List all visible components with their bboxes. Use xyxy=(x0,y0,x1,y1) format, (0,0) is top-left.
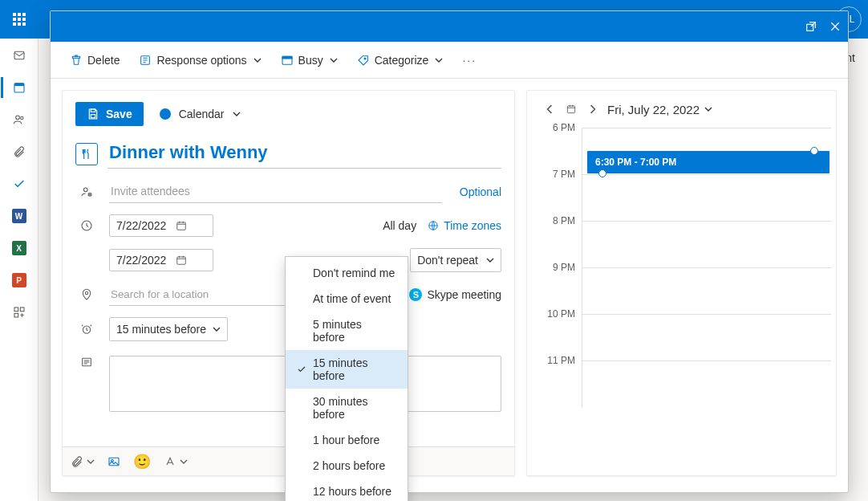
busy-status-button[interactable]: Busy xyxy=(281,54,338,67)
attach-button[interactable] xyxy=(71,455,95,468)
reminder-option-label: 1 hour before xyxy=(313,434,379,446)
time-row: 10 PM xyxy=(543,314,831,360)
more-options-button[interactable]: ··· xyxy=(462,54,477,67)
todo-icon[interactable] xyxy=(10,175,28,193)
files-icon[interactable] xyxy=(10,143,28,161)
reminder-dropdown: Don't remind meAt time of event5 minutes… xyxy=(285,256,408,501)
day-view-panel: Fri, July 22, 2022 6 PM7 PM8 PM9 PM10 PM… xyxy=(526,90,837,476)
reminder-option-label: At time of event xyxy=(313,292,391,305)
delete-button[interactable]: Delete xyxy=(70,54,120,67)
more-apps-icon[interactable] xyxy=(10,303,28,321)
calendar-name: Calendar xyxy=(179,108,225,120)
reminder-option[interactable]: 2 hours before xyxy=(286,453,408,479)
today-button[interactable] xyxy=(564,102,578,116)
location-pin-icon xyxy=(75,288,98,301)
end-date-input[interactable]: 7/22/2022 xyxy=(109,249,213,271)
check-icon xyxy=(297,365,306,374)
reminder-select[interactable]: 15 minutes before xyxy=(109,317,228,341)
time-row: 9 PM xyxy=(543,267,831,314)
insert-image-button[interactable] xyxy=(107,455,120,468)
svg-rect-5 xyxy=(14,308,18,312)
svg-point-4 xyxy=(20,116,22,119)
prev-day-button[interactable] xyxy=(543,103,556,116)
svg-rect-17 xyxy=(91,109,95,112)
reminder-option-label: 5 minutes before xyxy=(313,318,396,344)
time-zones-link[interactable]: Time zones xyxy=(428,219,501,232)
time-row: 7 PM xyxy=(543,174,831,221)
svg-rect-6 xyxy=(20,308,24,312)
calendar-color-dot xyxy=(160,108,171,120)
busy-label: Busy xyxy=(298,54,323,67)
time-cell[interactable] xyxy=(582,267,831,314)
start-date-value: 7/22/2022 xyxy=(116,219,166,232)
window-titlebar xyxy=(51,11,848,42)
skype-meeting-label: S Skype meeting xyxy=(409,288,501,301)
time-cell[interactable] xyxy=(582,314,831,360)
calendar-icon[interactable] xyxy=(10,79,28,96)
svg-point-3 xyxy=(15,116,19,120)
time-cell[interactable] xyxy=(582,221,831,267)
invite-attendees-input[interactable] xyxy=(109,180,442,203)
reminder-option-label: Don't remind me xyxy=(313,267,395,279)
start-date-input[interactable]: 7/22/2022 xyxy=(109,214,213,237)
chevron-down-icon xyxy=(704,105,712,113)
clock-icon xyxy=(75,219,98,232)
location-input[interactable] xyxy=(109,283,286,306)
date-title[interactable]: Fri, July 22, 2022 xyxy=(607,103,712,116)
chevron-down-icon xyxy=(213,325,221,333)
end-date-value: 7/22/2022 xyxy=(116,254,166,267)
svg-rect-7 xyxy=(14,313,18,317)
time-label: 9 PM xyxy=(543,262,582,308)
svg-rect-18 xyxy=(91,115,95,118)
reminder-option[interactable]: 12 hours before xyxy=(286,479,408,501)
reminder-option[interactable]: 15 minutes before xyxy=(286,350,408,389)
people-icon[interactable] xyxy=(10,111,28,128)
word-icon[interactable]: W xyxy=(10,207,28,225)
reminder-option-label: 30 minutes before xyxy=(313,395,396,421)
calendar-selector[interactable]: Calendar xyxy=(160,108,241,120)
svg-rect-24 xyxy=(177,257,186,264)
reminder-option[interactable]: At time of event xyxy=(286,286,408,312)
reminder-option[interactable]: 1 hour before xyxy=(286,427,408,453)
time-label: 7 PM xyxy=(543,169,582,215)
save-button[interactable]: Save xyxy=(75,102,144,126)
chevron-down-icon xyxy=(180,458,188,466)
time-cell[interactable] xyxy=(582,360,831,407)
reminder-option[interactable]: 30 minutes before xyxy=(286,389,408,427)
all-day-label: All day xyxy=(383,219,416,232)
text-format-button[interactable] xyxy=(164,455,188,468)
skype-icon: S xyxy=(409,288,422,301)
app-launcher-icon[interactable] xyxy=(6,6,32,32)
next-day-button[interactable] xyxy=(586,103,599,116)
mail-icon[interactable] xyxy=(10,47,28,64)
svg-point-25 xyxy=(85,291,87,294)
svg-rect-30 xyxy=(567,106,574,113)
categorize-label: Categorize xyxy=(375,54,429,67)
response-options-button[interactable]: Response options xyxy=(139,54,261,67)
repeat-select[interactable]: Don't repeat xyxy=(410,248,501,272)
powerpoint-icon[interactable]: P xyxy=(10,271,28,289)
optional-link[interactable]: Optional xyxy=(460,185,501,198)
modal-body: Save Calendar Optional xyxy=(51,79,848,492)
popout-icon[interactable] xyxy=(805,20,817,33)
reminder-option[interactable]: 5 minutes before xyxy=(286,312,408,350)
event-block[interactable]: 6:30 PM - 7:00 PM xyxy=(587,151,829,173)
time-label: 10 PM xyxy=(543,308,582,355)
fork-knife-icon xyxy=(75,143,98,165)
time-label: 6 PM xyxy=(543,122,582,169)
svg-rect-0 xyxy=(14,51,24,59)
time-row: 11 PM xyxy=(543,360,831,407)
close-icon[interactable] xyxy=(829,20,842,33)
excel-icon[interactable]: X xyxy=(10,239,28,257)
event-title-input[interactable] xyxy=(107,139,501,169)
reminder-option-label: 12 hours before xyxy=(313,485,391,498)
emoji-button[interactable]: 🙂 xyxy=(133,453,151,470)
time-cell[interactable] xyxy=(582,174,831,221)
svg-point-16 xyxy=(364,58,366,59)
categorize-button[interactable]: Categorize xyxy=(357,54,444,67)
reminder-option-label: 2 hours before xyxy=(313,459,385,472)
reminder-option[interactable]: Don't remind me xyxy=(286,260,408,286)
description-icon xyxy=(75,356,98,369)
time-zones-label: Time zones xyxy=(444,219,501,232)
time-label: 8 PM xyxy=(543,215,582,262)
